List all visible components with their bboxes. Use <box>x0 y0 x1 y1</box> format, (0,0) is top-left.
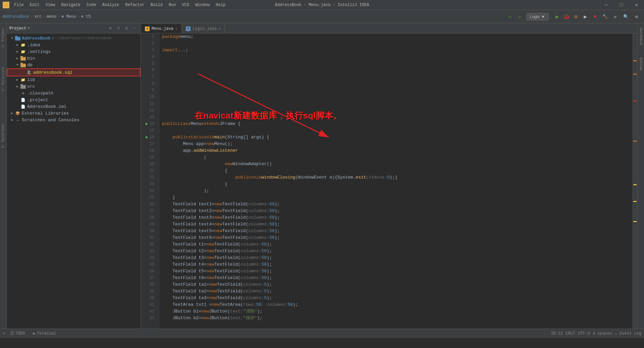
terminal-icon: ▶ <box>33 331 35 336</box>
tab-login-java-close[interactable]: ✕ <box>219 27 221 31</box>
indicator-warning <box>633 60 637 61</box>
menu-view[interactable]: View <box>43 1 58 9</box>
sidebar-tab-structure[interactable]: 2: Structure <box>1 64 6 94</box>
login-button[interactable]: Login ▼ <box>526 13 549 20</box>
tree-item-idea[interactable]: ▶ 📁 .idea <box>7 42 141 48</box>
maximize-button[interactable]: □ <box>614 0 629 10</box>
breadcrumb-menu-class[interactable]: ⊕ Menu <box>61 14 76 19</box>
line-27: 27 <box>141 208 156 214</box>
code-line-29: TextField text4=new TextField( columns: … <box>162 221 633 228</box>
tree-item-classpath[interactable]: ▶ ⚙ .classpath <box>7 90 141 96</box>
breadcrumb-menu[interactable]: menu <box>47 14 56 19</box>
breadcrumb: AddressBook › src › menu › ⊕ Menu › ⊕ t5 <box>3 14 91 19</box>
line-11: 11 <box>141 100 156 107</box>
menu-run[interactable]: Run <box>166 1 179 9</box>
code-line-33: TextField t2=new TextField( columns: 50)… <box>162 248 633 255</box>
code-line-10 <box>162 94 633 100</box>
tree-item-ext-libs[interactable]: ▶ 📦 External Libraries <box>7 110 141 117</box>
tree-item-iml[interactable]: ▶ 📄 AddressBook.iml <box>7 103 141 110</box>
menu-window[interactable]: Window <box>193 1 212 9</box>
tree-item-scratches[interactable]: ▶ ✏ Scratches and Consoles <box>7 117 141 123</box>
right-tab-database[interactable]: Database <box>638 25 644 48</box>
menu-help[interactable]: Help <box>213 1 228 9</box>
menu-build[interactable]: Build <box>148 1 165 9</box>
sidebar-tab-project[interactable]: 1: Project <box>1 25 6 50</box>
locate-icon[interactable]: ⊕ <box>107 25 114 32</box>
tab-todo[interactable]: ☰ TODO <box>8 330 28 337</box>
breadcrumb-t5[interactable]: ⊕ t5 <box>81 14 91 19</box>
tree-item-root[interactable]: ▼ AddressBook E:\IdeaProjects\AddressBoo… <box>7 35 141 42</box>
menu-refactor[interactable]: Refactor <box>122 1 147 9</box>
run-button[interactable]: ▶ <box>553 12 561 21</box>
tab-login-java[interactable]: J Login.java ✕ <box>182 24 225 33</box>
sidebar-tab-favorites[interactable]: 2: Favorites <box>1 121 6 151</box>
project-tree: ▼ AddressBook E:\IdeaProjects\AddressBoo… <box>7 33 141 329</box>
folder-icon-idea: 📁 <box>20 42 26 48</box>
line-3: 3 <box>141 47 156 54</box>
code-editor: 在navicat新建数据库，执行sql脚本。 1 2 3 4 5 6 <box>141 33 637 329</box>
breadcrumb-project[interactable]: AddressBook <box>3 14 29 19</box>
stop-button[interactable]: ■ <box>590 12 600 21</box>
tree-label-src: src <box>27 84 35 89</box>
line-41: 41 <box>141 301 156 308</box>
menu-vcs[interactable]: VCS <box>179 1 192 9</box>
forward-navigation-icon[interactable]: ▷ <box>516 12 525 21</box>
scratches-icon: ✏ <box>15 117 21 123</box>
breadcrumb-src[interactable]: src <box>34 14 42 19</box>
settings-icon[interactable]: ⚙ <box>632 12 641 21</box>
menu-file[interactable]: File <box>11 1 26 9</box>
line-25: 25 <box>141 194 156 201</box>
menu-code[interactable]: Code <box>84 1 99 9</box>
line-40: 40 <box>141 295 156 301</box>
tree-item-lib[interactable]: ▶ 📁 lib <box>7 76 141 83</box>
menu-edit[interactable]: Edit <box>27 1 42 9</box>
search-everywhere-icon[interactable]: 🔍 <box>621 12 631 21</box>
menu-navigate[interactable]: Navigate <box>58 1 83 9</box>
settings-panel-icon[interactable]: ⚙ <box>123 25 130 32</box>
line-26: 26 <box>141 201 156 208</box>
tree-item-project-file[interactable]: ▶ 📄 .project <box>7 96 141 103</box>
ext-libs-icon: 📦 <box>15 111 21 116</box>
tree-item-bin[interactable]: ▶ bin <box>7 55 141 62</box>
code-line-11 <box>162 100 633 107</box>
tree-arrow-db: ▼ <box>15 63 20 67</box>
terminal-label: Terminal <box>37 331 56 336</box>
profile-button[interactable]: ▶ <box>581 12 590 21</box>
tab-menu-java-close[interactable]: ✕ <box>175 27 177 31</box>
code-line-41: TextArea txt1 =new TextArea( rows: 50, c… <box>162 301 633 308</box>
line-14: ▶14 <box>141 121 156 127</box>
hide-panel-icon[interactable]: – <box>131 25 138 32</box>
debug-button[interactable]: 🐞 <box>562 12 571 21</box>
tree-label-project-file: .project <box>27 97 48 102</box>
tree-item-src[interactable]: ▶ src <box>7 83 141 90</box>
tree-item-addressbook-sql[interactable]: ▶ SQL addressbook.sql <box>7 68 141 76</box>
code-content[interactable]: package menu; import ...; <box>159 33 633 329</box>
tree-item-settings[interactable]: ▶ 📁 .settings <box>7 48 141 55</box>
right-tab-soview[interactable]: SoView <box>638 55 644 73</box>
line-ending: CRLF <box>566 331 575 336</box>
code-line-7 <box>162 74 633 80</box>
lightbulb-icon[interactable]: 💡 <box>159 268 160 275</box>
coverage-button[interactable]: ⚙ <box>572 12 580 21</box>
build-button[interactable]: 🔨 <box>600 12 610 21</box>
close-button[interactable]: ✕ <box>629 0 644 10</box>
tab-login-java-label: Login.java <box>193 26 217 31</box>
line-35: 35 <box>141 261 156 268</box>
tree-item-db[interactable]: ▼ db <box>7 62 141 68</box>
code-line-1: package menu; <box>162 33 633 40</box>
tab-menu-java[interactable]: J Menu.java ✕ <box>141 24 182 33</box>
reload-button[interactable]: ↺ <box>610 12 620 21</box>
minimize-button[interactable]: ─ <box>599 0 614 10</box>
collapse-all-icon[interactable]: ≡ <box>115 25 122 32</box>
project-file-icon: 📄 <box>20 97 26 102</box>
tab-terminal[interactable]: ▶ Terminal <box>30 330 59 337</box>
line-34: 34 <box>141 255 156 261</box>
svg-rect-2 <box>20 57 26 61</box>
window-title: AddressBook - Menu.java - IntelliJ IDEA <box>275 3 369 7</box>
tree-label-classpath: .classpath <box>27 91 53 96</box>
code-line-43: JButton b2=new JButton( text: "保存"); <box>162 315 633 322</box>
back-navigation-icon[interactable]: ◁ <box>505 12 514 21</box>
event-log[interactable]: ⚠ Event Log <box>615 331 641 336</box>
line-24: 24 <box>141 188 156 194</box>
menu-analyze[interactable]: Analyze <box>100 1 122 9</box>
